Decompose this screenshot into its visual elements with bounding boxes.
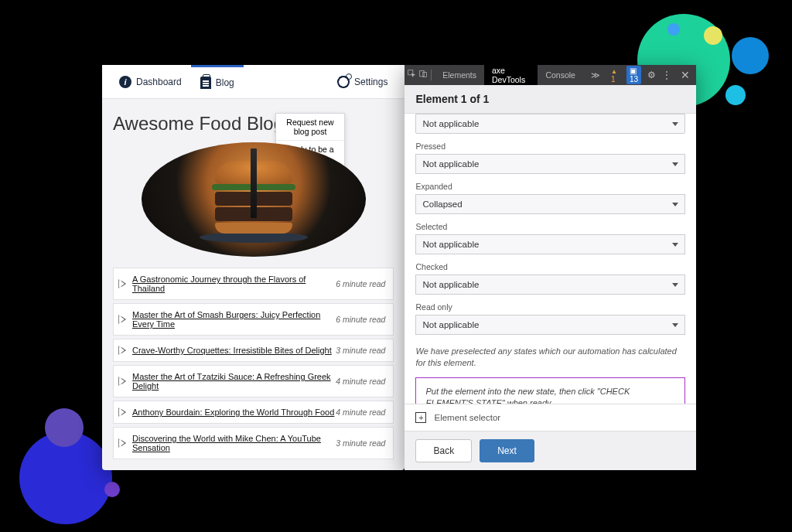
chevron-down-icon <box>672 243 678 247</box>
nav-dashboard[interactable]: i Dashboard <box>110 65 191 98</box>
select-value: Not applicable <box>422 159 479 169</box>
decor-bubble <box>104 482 120 497</box>
post-link[interactable]: Crave-Worthy Croquettes: Irresistible Bi… <box>132 346 336 355</box>
element-selector-label: Element selector <box>434 413 500 422</box>
decor-bubble <box>725 85 746 105</box>
nav-label: Blog <box>216 77 234 88</box>
info-icon: i <box>119 76 131 88</box>
nav-settings[interactable]: Settings <box>328 65 397 98</box>
read-time: 6 minute read <box>336 279 385 288</box>
device-icon[interactable] <box>419 70 428 80</box>
tab-console[interactable]: Console <box>538 65 583 85</box>
decor-bubble <box>45 408 84 447</box>
field-label: Pressed <box>415 142 685 151</box>
post-link[interactable]: A Gastronomic Journey through the Flavor… <box>132 275 336 293</box>
post-link[interactable]: Master the Art of Tzatziki Sauce: A Refr… <box>132 372 336 390</box>
plate-shape <box>200 232 308 243</box>
chevron-down-icon <box>672 323 678 327</box>
field-label: Expanded <box>415 182 685 191</box>
decor-bubble <box>732 37 769 74</box>
inspect-icon[interactable] <box>408 70 416 80</box>
arrow-icon <box>121 281 126 287</box>
chevron-down-icon <box>672 122 678 126</box>
tabs-more[interactable]: ≫ <box>583 65 608 85</box>
title-row: Awesome Food Blog Request new blog post … <box>113 113 394 135</box>
read-time: 3 minute read <box>336 346 385 355</box>
field-expanded: Expanded Collapsed <box>415 182 685 214</box>
knife-shape <box>251 148 257 218</box>
read-time: 4 minute read <box>336 408 385 417</box>
read-time: 3 minute read <box>336 438 385 448</box>
select-value: Not applicable <box>422 320 479 329</box>
next-button[interactable]: Next <box>480 439 534 462</box>
gear-icon <box>337 76 350 88</box>
field-label: Checked <box>415 262 685 271</box>
arrow-icon <box>121 316 126 322</box>
field-label: Selected <box>415 222 685 231</box>
read-time: 6 minute read <box>336 315 385 324</box>
post-link[interactable]: Anthony Bourdain: Exploring the World Th… <box>132 408 336 417</box>
nav-label: Dashboard <box>136 77 182 87</box>
arrow-icon <box>121 378 126 384</box>
devtools-tabs: Elements axe DevTools Console ≫ 1 ▣ 13 ⚙… <box>405 65 696 85</box>
more-icon[interactable]: ⋮ <box>662 70 671 80</box>
page-title: Awesome Food Blog <box>113 113 284 135</box>
svg-rect-1 <box>420 70 424 77</box>
select-value: Not applicable <box>422 119 479 128</box>
preselected-text: We have preselected any states which our… <box>415 346 685 370</box>
post-list: A Gastronomic Journey through the Flavor… <box>113 268 394 462</box>
chevron-down-icon <box>672 283 678 287</box>
chevron-down-icon <box>672 203 678 206</box>
read-time: 4 minute read <box>336 377 385 386</box>
post-row: Crave-Worthy Croquettes: Irresistible Bi… <box>113 339 394 362</box>
devtools-panel: Elements axe DevTools Console ≫ 1 ▣ 13 ⚙… <box>405 65 696 470</box>
field-select-checked[interactable]: Not applicable <box>415 275 685 295</box>
tab-axe-devtools[interactable]: axe DevTools <box>484 65 538 85</box>
plus-icon: + <box>415 412 426 423</box>
close-icon[interactable]: ✕ <box>678 69 693 81</box>
element-selector-row[interactable]: + Element selector <box>405 404 696 431</box>
nav-blog[interactable]: Blog <box>191 65 244 98</box>
decor-bubble <box>667 23 680 36</box>
field-select-selected[interactable]: Not applicable <box>415 234 685 254</box>
callout-box: Put the element into the new state, then… <box>415 377 685 404</box>
warning-badge[interactable]: 1 <box>608 66 620 84</box>
post-link[interactable]: Master the Art of Smash Burgers: Juicy P… <box>132 310 336 329</box>
post-row: Master the Art of Smash Burgers: Juicy P… <box>113 303 394 336</box>
gear-icon[interactable]: ⚙ <box>647 70 656 80</box>
panel-footer: Back Next <box>405 431 696 470</box>
select-value: Not applicable <box>422 240 479 249</box>
clipboard-icon <box>200 77 211 89</box>
post-row: A Gastronomic Journey through the Flavor… <box>113 268 394 300</box>
hero-image <box>142 142 366 257</box>
nav-label: Settings <box>354 77 387 87</box>
callout-text: Put the element into the new state, then… <box>425 386 675 404</box>
panel-heading: Element 1 of 1 <box>405 85 696 114</box>
decor-bubble <box>704 26 722 45</box>
field-select-0[interactable]: Not applicable <box>415 114 685 134</box>
info-badge[interactable]: ▣ 13 <box>626 66 641 84</box>
post-row: Anthony Bourdain: Exploring the World Th… <box>113 401 394 424</box>
app-body: Awesome Food Blog Request new blog post … <box>102 99 405 470</box>
arrow-icon <box>121 440 126 446</box>
field-selected: Selected Not applicable <box>415 222 685 254</box>
back-button[interactable]: Back <box>415 439 472 462</box>
post-link[interactable]: Discovering the World with Mike Chen: A … <box>132 434 336 452</box>
field-select-pressed[interactable]: Not applicable <box>415 154 685 174</box>
menu-item-request[interactable]: Request new blog post <box>276 114 344 141</box>
field-checked: Checked Not applicable <box>415 262 685 295</box>
app-header: i Dashboard Blog Settings <box>102 65 405 99</box>
select-value: Not applicable <box>422 280 479 289</box>
tab-elements[interactable]: Elements <box>435 65 484 85</box>
select-value: Collapsed <box>422 200 462 209</box>
field-pressed: Pressed Not applicable <box>415 142 685 174</box>
post-row: Master the Art of Tzatziki Sauce: A Refr… <box>113 365 394 397</box>
arrow-icon <box>121 409 126 415</box>
post-row: Discovering the World with Mike Chen: A … <box>113 427 394 459</box>
field-select-readonly[interactable]: Not applicable <box>415 315 685 335</box>
field-label: Read only <box>415 302 685 312</box>
panel-body: Not applicable Pressed Not applicable Ex… <box>405 114 696 404</box>
field-select-expanded[interactable]: Collapsed <box>415 194 685 214</box>
field-readonly: Read only Not applicable <box>415 302 685 335</box>
blog-app-window: i Dashboard Blog Settings Awesome Food B… <box>102 65 405 470</box>
